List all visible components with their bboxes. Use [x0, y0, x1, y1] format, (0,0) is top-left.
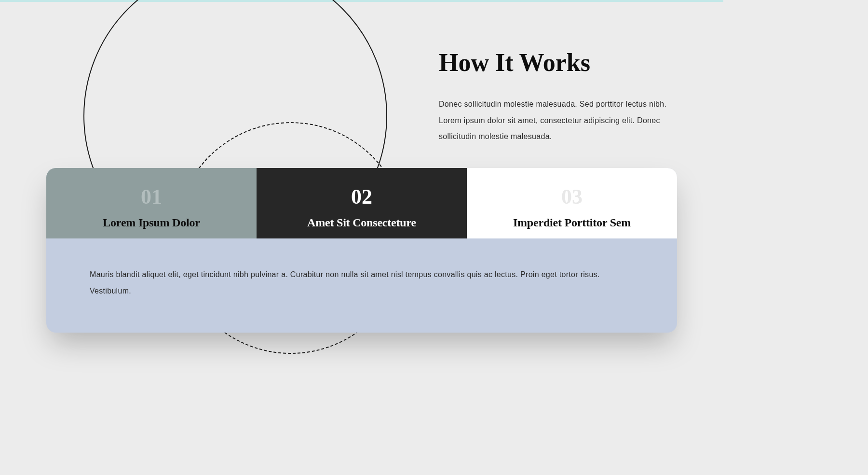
- section-description: Donec sollicitudin molestie malesuada. S…: [439, 96, 675, 145]
- how-it-works-card: 01 Lorem Ipsum Dolor 02 Amet Sit Consect…: [46, 168, 677, 333]
- tab-number: 01: [141, 186, 162, 208]
- tab-content-text: Mauris blandit aliquet elit, eget tincid…: [46, 238, 677, 333]
- tab-title: Lorem Ipsum Dolor: [103, 216, 200, 229]
- tab-step-3[interactable]: 03 Imperdiet Porttitor Sem: [467, 168, 677, 238]
- tab-title: Amet Sit Consecteture: [307, 216, 416, 229]
- tab-title: Imperdiet Porttitor Sem: [513, 216, 631, 229]
- section-title: How It Works: [439, 48, 675, 77]
- tab-number: 02: [351, 186, 372, 208]
- tabs-row: 01 Lorem Ipsum Dolor 02 Amet Sit Consect…: [46, 168, 677, 238]
- tab-number: 03: [561, 186, 583, 208]
- top-accent-bar: [0, 0, 723, 2]
- header-block: How It Works Donec sollicitudin molestie…: [439, 48, 675, 145]
- tab-step-1[interactable]: 01 Lorem Ipsum Dolor: [46, 168, 257, 238]
- tab-step-2[interactable]: 02 Amet Sit Consecteture: [257, 168, 467, 238]
